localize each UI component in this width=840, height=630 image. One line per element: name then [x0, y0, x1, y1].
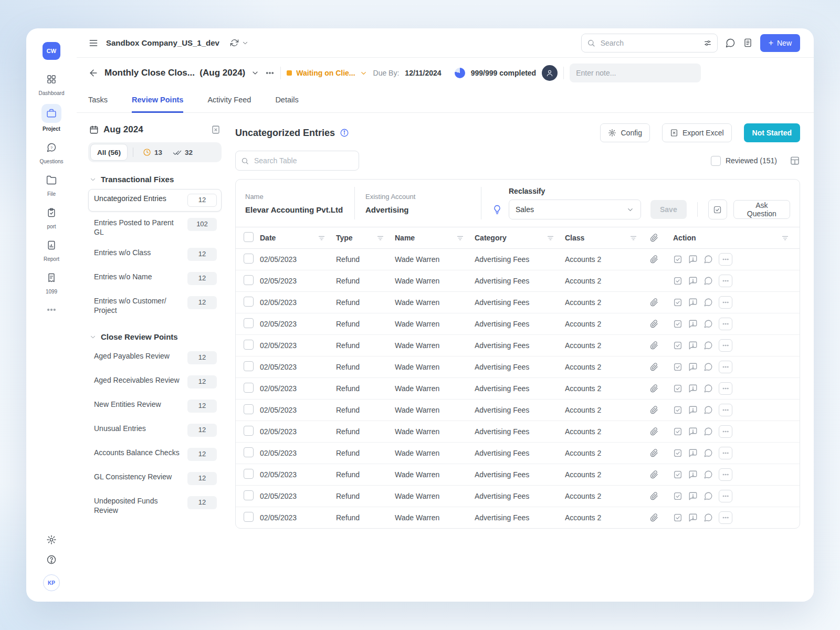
suggestion-button[interactable] [492, 204, 502, 215]
attachment-paperclip-icon[interactable] [650, 492, 658, 500]
column-menu-icon[interactable] [629, 234, 637, 242]
row-more-button[interactable] [719, 361, 732, 373]
row-review-button[interactable] [673, 341, 682, 350]
row-chat-button[interactable] [704, 513, 713, 522]
row-chat-button[interactable] [704, 341, 713, 350]
config-button[interactable]: Config [600, 123, 649, 142]
row-more-button[interactable] [719, 318, 732, 330]
review-point-item[interactable]: Uncategorized Entries 12 [88, 189, 222, 212]
save-button[interactable]: Save [650, 200, 687, 219]
user-avatar-badge[interactable]: KP [43, 574, 60, 591]
review-point-item[interactable]: New Entities Review 12 [88, 395, 222, 417]
new-button[interactable]: + New [760, 34, 800, 52]
reviewed-checkbox[interactable] [711, 156, 721, 166]
hamburger-menu-button[interactable] [88, 38, 99, 48]
row-comment-button[interactable] [688, 448, 698, 458]
tab-details[interactable]: Details [275, 88, 298, 113]
row-checkbox[interactable] [244, 512, 254, 522]
row-review-button[interactable] [673, 448, 682, 458]
row-review-button[interactable] [673, 298, 682, 307]
sidebar-item-dashboard[interactable]: Dashboard [39, 71, 65, 96]
attachment-paperclip-icon[interactable] [650, 255, 658, 264]
row-chat-button[interactable] [704, 405, 713, 415]
row-chat-button[interactable] [704, 255, 713, 264]
column-menu-icon[interactable] [456, 234, 464, 242]
header-more-button[interactable] [265, 68, 275, 78]
attachment-paperclip-icon[interactable] [650, 449, 658, 457]
row-review-button[interactable] [673, 276, 682, 286]
row-checkbox[interactable] [244, 361, 254, 371]
row-checkbox[interactable] [244, 318, 254, 328]
row-checkbox[interactable] [244, 275, 254, 285]
attachment-paperclip-icon[interactable] [650, 470, 658, 479]
search-filter-button[interactable] [704, 39, 712, 47]
row-comment-button[interactable] [688, 384, 698, 393]
row-review-button[interactable] [673, 470, 682, 479]
attachment-paperclip-icon[interactable] [650, 298, 658, 307]
sidebar-item-project[interactable]: Project [41, 104, 61, 132]
row-more-button[interactable] [719, 253, 732, 266]
row-comment-button[interactable] [688, 319, 698, 329]
settings-button[interactable] [46, 534, 57, 545]
row-comment-button[interactable] [688, 255, 698, 264]
sidebar-item-report[interactable]: Report [41, 237, 61, 262]
column-menu-icon[interactable] [781, 234, 789, 242]
table-search-input[interactable] [253, 156, 353, 165]
attachment-paperclip-icon[interactable] [650, 341, 658, 350]
refresh-control[interactable] [230, 38, 249, 47]
attachment-paperclip-icon[interactable] [650, 513, 658, 522]
row-chat-button[interactable] [704, 427, 713, 436]
back-button[interactable] [88, 68, 99, 78]
info-button[interactable] [340, 128, 349, 138]
row-comment-button[interactable] [688, 362, 698, 372]
row-checkbox[interactable] [244, 340, 254, 350]
row-comment-button[interactable] [688, 427, 698, 436]
row-comment-button[interactable] [688, 405, 698, 415]
tab-review-points[interactable]: Review Points [132, 88, 183, 113]
sidebar-more-button[interactable] [46, 304, 57, 315]
attachment-paperclip-icon[interactable] [650, 427, 658, 436]
row-chat-button[interactable] [704, 319, 713, 329]
ask-question-button[interactable]: Ask Question [733, 200, 790, 219]
review-point-item[interactable]: Accounts Balance Checks 12 [88, 443, 222, 466]
filter-reviewed[interactable]: 32 [169, 148, 197, 157]
row-checkbox[interactable] [244, 426, 254, 436]
tab-activity-feed[interactable]: Activity Feed [207, 88, 251, 113]
chat-button[interactable] [725, 38, 736, 48]
select-all-checkbox[interactable] [244, 232, 254, 242]
section-transactional-fixes[interactable]: Transactional Fixes [89, 175, 220, 184]
panel-export-button[interactable] [211, 125, 220, 134]
reclassify-select[interactable]: Sales [509, 200, 641, 219]
row-checkbox[interactable] [244, 383, 254, 393]
row-review-button[interactable] [673, 513, 682, 522]
row-comment-button[interactable] [688, 341, 698, 350]
attachment-paperclip-icon[interactable] [650, 363, 658, 371]
status-dropdown[interactable]: Waiting on Clie... [287, 69, 367, 77]
review-point-item[interactable]: Aged Receivables Review 12 [88, 371, 222, 393]
row-chat-button[interactable] [704, 362, 713, 372]
attachment-paperclip-icon[interactable] [650, 320, 658, 328]
row-review-button[interactable] [673, 255, 682, 264]
row-more-button[interactable] [719, 447, 732, 459]
row-chat-button[interactable] [704, 448, 713, 458]
row-more-button[interactable] [719, 382, 732, 395]
sidebar-item-questions[interactable]: Questions [39, 140, 63, 164]
column-menu-icon[interactable] [376, 234, 384, 242]
row-more-button[interactable] [719, 296, 732, 309]
row-review-button[interactable] [673, 427, 682, 436]
row-more-button[interactable] [719, 490, 732, 502]
row-comment-button[interactable] [688, 491, 698, 501]
review-point-item[interactable]: GL Consistency Review 12 [88, 467, 222, 490]
row-chat-button[interactable] [704, 276, 713, 286]
row-checkbox[interactable] [244, 404, 254, 414]
row-comment-button[interactable] [688, 276, 698, 286]
row-chat-button[interactable] [704, 491, 713, 501]
notes-button[interactable] [743, 38, 753, 48]
row-more-button[interactable] [719, 339, 732, 352]
row-checkbox[interactable] [244, 297, 254, 307]
review-point-item[interactable]: Entries Posted to Parent GL 102 [88, 213, 222, 242]
review-point-item[interactable]: Aged Payables Review 12 [88, 346, 222, 369]
attachment-paperclip-icon[interactable] [650, 384, 658, 393]
row-review-button[interactable] [673, 362, 682, 372]
row-more-button[interactable] [719, 511, 732, 524]
